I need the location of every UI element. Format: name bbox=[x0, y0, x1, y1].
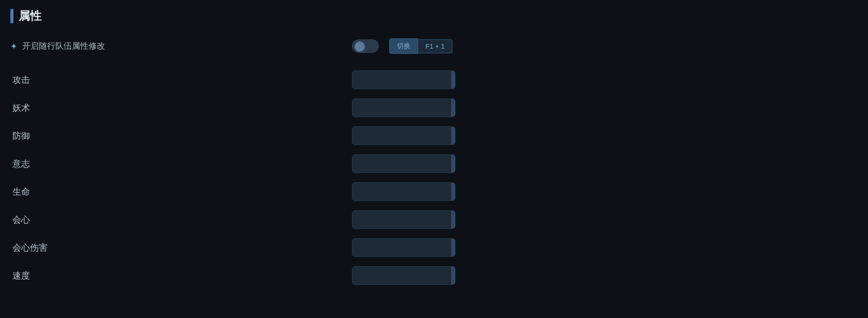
attribute-input-6[interactable] bbox=[352, 243, 451, 252]
toggle-switch-thumb bbox=[355, 41, 365, 52]
attribute-row: 会心修改 bbox=[10, 210, 858, 229]
modify-button-3[interactable]: 修改 bbox=[451, 155, 455, 172]
attribute-input-wrapper-7: 修改 bbox=[352, 266, 455, 285]
attribute-input-2[interactable] bbox=[352, 132, 451, 140]
page-title-row: 属性 bbox=[10, 8, 858, 24]
attribute-input-wrapper-4: 修改 bbox=[352, 182, 455, 201]
attribute-input-wrapper-1: 修改 bbox=[352, 98, 455, 117]
toggle-switch[interactable] bbox=[352, 39, 379, 53]
attribute-input-wrapper-3: 修改 bbox=[352, 154, 455, 173]
attribute-label-4: 生命 bbox=[10, 186, 352, 198]
attribute-input-1[interactable] bbox=[352, 104, 451, 112]
attribute-label-2: 防御 bbox=[10, 130, 352, 142]
modify-button-0[interactable]: 修改 bbox=[451, 71, 455, 89]
attribute-label-5: 会心 bbox=[10, 214, 352, 226]
hotkey-switch-button[interactable]: 切换 bbox=[389, 38, 418, 54]
title-bar-icon bbox=[10, 9, 13, 23]
attribute-row: 会心伤害修改 bbox=[10, 238, 858, 257]
toggle-label: 开启随行队伍属性修改 bbox=[22, 41, 105, 52]
attribute-input-3[interactable] bbox=[352, 160, 451, 168]
attribute-label-6: 会心伤害 bbox=[10, 242, 352, 254]
hotkey-wrapper: 切换 F1 + 1 bbox=[389, 38, 452, 54]
attribute-input-wrapper-0: 修改 bbox=[352, 70, 455, 89]
attribute-input-0[interactable] bbox=[352, 76, 451, 84]
toggle-label-wrapper: ✦ 开启随行队伍属性修改 bbox=[10, 41, 352, 52]
sparkle-icon: ✦ bbox=[10, 41, 17, 51]
modify-button-7[interactable]: 修改 bbox=[451, 267, 455, 284]
modify-button-5[interactable]: 修改 bbox=[451, 211, 455, 228]
attribute-label-0: 攻击 bbox=[10, 74, 352, 86]
attribute-input-4[interactable] bbox=[352, 187, 451, 196]
hotkey-key-label: F1 + 1 bbox=[418, 39, 452, 53]
attribute-input-wrapper-5: 修改 bbox=[352, 210, 455, 229]
attribute-row: 防御修改 bbox=[10, 126, 858, 145]
attribute-row: 生命修改 bbox=[10, 182, 858, 201]
attributes-list: 攻击修改妖术修改防御修改意志修改生命修改会心修改会心伤害修改速度修改 bbox=[10, 70, 858, 285]
attribute-row: 意志修改 bbox=[10, 154, 858, 173]
modify-button-2[interactable]: 修改 bbox=[451, 127, 455, 144]
attribute-input-wrapper-2: 修改 bbox=[352, 126, 455, 145]
toggle-row: ✦ 开启随行队伍属性修改 切换 F1 + 1 bbox=[10, 36, 858, 56]
attribute-row: 妖术修改 bbox=[10, 98, 858, 117]
modify-button-4[interactable]: 修改 bbox=[451, 183, 455, 200]
toggle-switch-track bbox=[352, 39, 379, 53]
attribute-row: 攻击修改 bbox=[10, 70, 858, 89]
attribute-row: 速度修改 bbox=[10, 266, 858, 285]
attribute-input-7[interactable] bbox=[352, 271, 451, 280]
attribute-label-1: 妖术 bbox=[10, 102, 352, 114]
page-container: 属性 ✦ 开启随行队伍属性修改 切换 F1 + 1 攻击修改妖术修改防御修改意志… bbox=[0, 0, 868, 302]
attribute-label-7: 速度 bbox=[10, 270, 352, 282]
attribute-input-wrapper-6: 修改 bbox=[352, 238, 455, 257]
modify-button-6[interactable]: 修改 bbox=[451, 239, 455, 256]
attribute-label-3: 意志 bbox=[10, 158, 352, 170]
modify-button-1[interactable]: 修改 bbox=[451, 99, 455, 117]
attribute-input-5[interactable] bbox=[352, 215, 451, 224]
page-title: 属性 bbox=[19, 8, 41, 24]
